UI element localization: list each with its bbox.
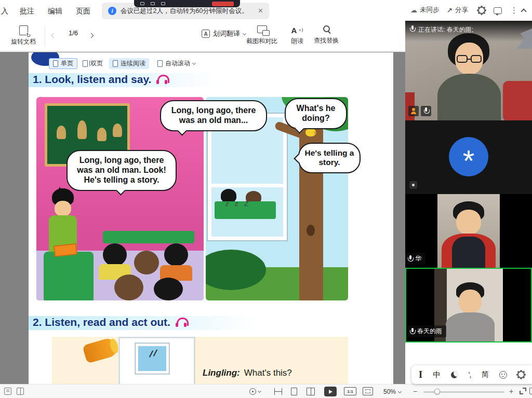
- find-replace-button[interactable]: 查找替换: [312, 25, 341, 45]
- share-label: 分享: [455, 6, 468, 15]
- view-mode-continuous[interactable]: 连续阅读: [109, 58, 149, 69]
- door-window: [136, 344, 169, 374]
- comic-illustration: z z Z Long, long ago, there was an old m…: [36, 97, 348, 300]
- meeting-control-bar[interactable]: [134, 0, 240, 7]
- end-meeting-button[interactable]: [212, 2, 234, 6]
- page-indicator[interactable]: 1/6: [59, 29, 87, 37]
- section1-title: 1. Look, listen and say.: [33, 73, 151, 86]
- fit-width-button[interactable]: [274, 388, 282, 395]
- menu-item-page[interactable]: 页面: [76, 7, 90, 16]
- zoom-out-button[interactable]: −: [413, 387, 417, 395]
- fit-page-button[interactable]: [363, 387, 373, 395]
- top-menu-bar: 入 批注 编辑 页面 i 会议已超过2人，自动转为60分钟限时会议。 × ☁ 未…: [0, 0, 532, 21]
- video-tile-avatar[interactable]: *: [405, 120, 532, 194]
- host-badge: [408, 106, 419, 116]
- meeting-control-icon[interactable]: [161, 2, 165, 5]
- reading-mode-button[interactable]: [249, 388, 261, 395]
- more-menu-button[interactable]: ⋮: [510, 6, 518, 15]
- speech-bubble-narrator: Long, long ago, there was an old man...: [160, 100, 267, 131]
- next-page-button[interactable]: [89, 30, 93, 39]
- emoji-icon[interactable]: [499, 371, 507, 379]
- info-icon: i: [108, 7, 116, 15]
- double-page-icon: [83, 60, 88, 67]
- document-page: 1. Look, listen and say.: [29, 52, 393, 384]
- dialogue-line: Lingling:What's this?: [203, 368, 292, 378]
- share-icon: ↗: [447, 6, 453, 14]
- zoom-in-button[interactable]: +: [509, 387, 513, 395]
- dialogue-speaker: Lingling:: [203, 368, 240, 378]
- mic-badge: [421, 106, 431, 116]
- view-mode-single-page[interactable]: 单页: [49, 58, 77, 69]
- mic-icon: [423, 107, 429, 115]
- menu-item-edit[interactable]: 编辑: [48, 7, 62, 16]
- sync-status-button[interactable]: ☁ 未同步: [410, 6, 440, 15]
- auto-scroll-button[interactable]: 自动滚动: [154, 58, 199, 69]
- mic-icon: [407, 255, 413, 263]
- participant-body: [437, 74, 501, 120]
- auto-scroll-icon: [157, 60, 163, 67]
- single-page-label: 单页: [61, 59, 73, 68]
- participant-name-tag: 华: [405, 253, 425, 265]
- zoom-slider-handle[interactable]: [434, 389, 440, 394]
- double-page-label: 双页: [90, 59, 103, 68]
- participant-name-tag: 春天的雨: [407, 325, 446, 337]
- previous-page-button[interactable]: [52, 30, 56, 39]
- section1-heading: 1. Look, listen and say.: [33, 73, 169, 86]
- settings-button[interactable]: [478, 7, 485, 14]
- speech-bubble-answer: He's telling a story.: [298, 143, 361, 173]
- chat-icon: [494, 7, 502, 14]
- word-translate-label: 划词翻译: [213, 29, 240, 38]
- share-button[interactable]: ↗ 分享: [447, 6, 468, 15]
- ime-charset-toggle[interactable]: 简: [482, 370, 489, 379]
- eye-icon: [249, 388, 256, 395]
- meeting-control-icon[interactable]: [140, 2, 144, 5]
- sleep-text: z z Z: [225, 200, 250, 208]
- ime-punctuation-toggle[interactable]: ’,: [468, 370, 471, 379]
- actual-size-button[interactable]: 1:1: [344, 387, 356, 395]
- chevron-up-icon: [521, 8, 526, 14]
- page-layout-icon[interactable]: [4, 388, 11, 395]
- speech-bubble-text: Long, long ago, there was an old man...: [171, 106, 256, 125]
- mic-icon: [409, 328, 415, 335]
- video-tile-hua[interactable]: 华: [405, 194, 532, 268]
- participant-face: [459, 290, 482, 313]
- red-chair: [503, 81, 532, 120]
- play-slideshow-button[interactable]: [324, 387, 337, 396]
- single-page-view-button[interactable]: [291, 388, 297, 395]
- two-page-view-button[interactable]: [307, 388, 315, 395]
- ime-cursor-icon[interactable]: I: [419, 369, 422, 380]
- glasses-lens: [457, 55, 468, 63]
- tile-badges: [408, 106, 431, 116]
- video-tile-speaker[interactable]: [405, 21, 532, 120]
- document-viewport[interactable]: 1. Look, listen and say.: [0, 52, 405, 384]
- close-icon[interactable]: ×: [258, 7, 263, 15]
- notification-text: 会议已超过2人，自动转为60分钟限时会议。: [121, 7, 248, 16]
- letter-a-icon: A: [291, 26, 297, 34]
- view-mode-double-page[interactable]: 双页: [79, 58, 107, 69]
- student-figure: [154, 278, 183, 300]
- word-translate-button[interactable]: A 划词翻译: [202, 29, 246, 38]
- book-view-icon[interactable]: [17, 388, 24, 395]
- ime-toolbar: I 中 ’, 简: [411, 365, 532, 384]
- rotate-document-button[interactable]: 旋转文档: [7, 25, 39, 46]
- meeting-control-icon[interactable]: [151, 2, 155, 5]
- menu-item-annotate[interactable]: 批注: [20, 7, 34, 16]
- layout-toggle-icon[interactable]: [529, 388, 532, 394]
- video-tile-active-speaker[interactable]: 春天的雨: [405, 268, 532, 342]
- menu-item-insert-partial[interactable]: 入: [1, 7, 8, 16]
- ime-language-toggle[interactable]: 中: [433, 370, 441, 380]
- screenshot-icon: [257, 25, 267, 33]
- half-width-moon-icon[interactable]: [451, 372, 458, 378]
- collapse-toolbar-button[interactable]: [522, 8, 526, 13]
- participant-vest: [452, 237, 485, 268]
- ime-settings-gear-icon[interactable]: [517, 371, 525, 378]
- find-replace-label: 查找替换: [314, 36, 339, 45]
- read-aloud-button[interactable]: A 朗读: [287, 25, 308, 46]
- screenshot-compare-button[interactable]: 截图和对比: [243, 25, 281, 46]
- zoom-level[interactable]: 50%: [383, 388, 401, 395]
- camera-off-badge: [409, 181, 417, 189]
- fullscreen-icon[interactable]: [520, 388, 526, 394]
- comments-button[interactable]: [494, 7, 502, 14]
- zoom-value: 50%: [383, 388, 396, 395]
- participant-name: 华: [415, 254, 421, 263]
